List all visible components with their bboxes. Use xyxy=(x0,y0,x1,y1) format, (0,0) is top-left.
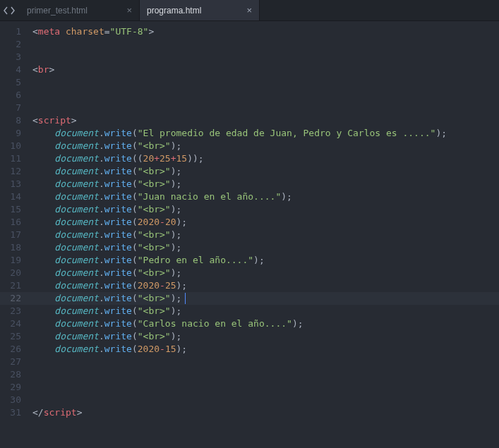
chevron-left-icon xyxy=(3,6,9,15)
line-number: 22 xyxy=(0,292,28,305)
line-number: 31 xyxy=(0,406,28,419)
code-line[interactable]: document.write("Juan nacio en el año....… xyxy=(28,190,499,203)
code-line[interactable]: document.write((20+25+15)); xyxy=(28,152,499,165)
code-line[interactable] xyxy=(28,368,499,381)
code-line[interactable]: document.write("<br>"); xyxy=(28,241,499,254)
code-line[interactable]: document.write(2020-25); xyxy=(28,279,499,292)
code-line[interactable]: <meta charset="UTF-8"> xyxy=(28,25,499,38)
code-line[interactable]: document.write("El promedio de edad de J… xyxy=(28,127,499,140)
code-line[interactable]: document.write("<br>"); xyxy=(28,330,499,343)
line-number: 6 xyxy=(0,89,28,102)
line-number: 16 xyxy=(0,216,28,229)
text-cursor xyxy=(185,293,186,304)
line-number: 20 xyxy=(0,267,28,279)
line-number: 9 xyxy=(0,127,28,140)
line-number: 8 xyxy=(0,114,28,127)
code-line[interactable] xyxy=(28,76,499,89)
tab-programa-html[interactable]: programa.html× xyxy=(140,0,260,20)
tab-primer_test-html[interactable]: primer_test.html× xyxy=(20,0,140,20)
line-number: 21 xyxy=(0,279,28,292)
line-number: 17 xyxy=(0,229,28,241)
code-line[interactable]: document.write(2020-20); xyxy=(28,216,499,229)
code-line[interactable]: <br> xyxy=(28,63,499,76)
line-number: 28 xyxy=(0,368,28,381)
code-line[interactable] xyxy=(28,102,499,114)
code-line[interactable]: document.write("<br>"); xyxy=(28,292,499,305)
code-line[interactable]: document.write(2020-15); xyxy=(28,343,499,356)
line-number: 2 xyxy=(0,38,28,51)
code-line[interactable]: </script> xyxy=(28,406,499,419)
code-line[interactable]: document.write("<br>"); xyxy=(28,229,499,241)
line-number: 13 xyxy=(0,178,28,190)
code-area[interactable]: <meta charset="UTF-8"><br><script> docum… xyxy=(28,21,499,448)
line-number: 25 xyxy=(0,330,28,343)
code-line[interactable]: document.write("<br>"); xyxy=(28,165,499,178)
tab-bar: primer_test.html×programa.html× xyxy=(0,0,499,21)
close-icon[interactable]: × xyxy=(241,5,252,16)
code-line[interactable]: document.write("<br>"); xyxy=(28,178,499,190)
code-line[interactable]: <script> xyxy=(28,114,499,127)
line-number: 3 xyxy=(0,51,28,63)
line-number: 4 xyxy=(0,63,28,76)
code-editor[interactable]: 1234567891011121314151617181920212223242… xyxy=(0,21,499,448)
line-number: 27 xyxy=(0,356,28,368)
line-number: 29 xyxy=(0,381,28,394)
line-number: 7 xyxy=(0,102,28,114)
code-line[interactable]: document.write("<br>"); xyxy=(28,203,499,216)
code-line[interactable] xyxy=(28,356,499,368)
code-line[interactable]: document.write("<br>"); xyxy=(28,305,499,317)
line-number: 10 xyxy=(0,140,28,152)
line-number: 26 xyxy=(0,343,28,356)
close-icon[interactable]: × xyxy=(121,5,132,16)
tab-nav-arrows[interactable] xyxy=(0,0,20,20)
tab-label: primer_test.html xyxy=(27,6,88,16)
code-line[interactable] xyxy=(28,38,499,51)
code-line[interactable] xyxy=(28,394,499,406)
line-number: 18 xyxy=(0,241,28,254)
line-number: 19 xyxy=(0,254,28,267)
code-line[interactable]: document.write("Carlos nacio en el año..… xyxy=(28,317,499,330)
line-number: 14 xyxy=(0,190,28,203)
line-number: 23 xyxy=(0,305,28,317)
line-number: 15 xyxy=(0,203,28,216)
line-number: 1 xyxy=(0,25,28,38)
line-number: 12 xyxy=(0,165,28,178)
line-number: 30 xyxy=(0,394,28,406)
code-line[interactable] xyxy=(28,89,499,102)
line-number: 11 xyxy=(0,152,28,165)
code-line[interactable]: document.write("<br>"); xyxy=(28,140,499,152)
line-number: 24 xyxy=(0,317,28,330)
line-number-gutter: 1234567891011121314151617181920212223242… xyxy=(0,21,28,448)
tab-label: programa.html xyxy=(147,6,201,16)
code-line[interactable]: document.write("<br>"); xyxy=(28,267,499,279)
code-line[interactable] xyxy=(28,51,499,63)
chevron-right-icon xyxy=(9,6,16,15)
code-line[interactable]: document.write("Pedro en el año...."); xyxy=(28,254,499,267)
line-number: 5 xyxy=(0,76,28,89)
code-line[interactable] xyxy=(28,381,499,394)
